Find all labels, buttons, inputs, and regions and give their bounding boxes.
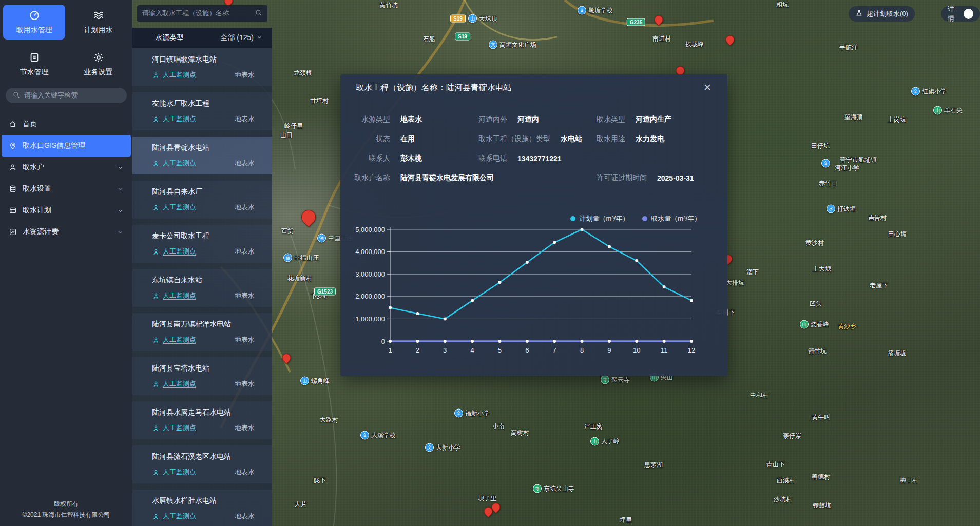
red-location-pin[interactable] (492, 503, 501, 512)
gauge-icon (29, 10, 40, 21)
monitor-label: 人工监测点 (163, 203, 196, 212)
sidebar-item-label: 取水户 (23, 163, 44, 172)
manual-monitor-link[interactable]: 人工监测点 (152, 247, 196, 256)
station-list-item[interactable]: 麦卡公司取水工程 人工监测点地表水 (132, 225, 272, 263)
close-icon[interactable]: ✕ (701, 81, 714, 94)
toggle-knob[interactable] (964, 9, 973, 19)
search-icon (12, 91, 20, 100)
map-place-label: 甘坪村 (310, 96, 329, 105)
station-list-item[interactable]: 河口镇唱歌潭水电站 人工监测点地表水 (132, 48, 272, 86)
chevron-down-icon (117, 164, 124, 171)
poi-label: 羊石尖 (944, 106, 963, 115)
poi-label: 打铁塘 (837, 205, 856, 213)
map-poi-marker[interactable]: 山天珠顶 (468, 14, 497, 23)
map-poi-marker[interactable]: 山烧香峰 (800, 320, 829, 329)
red-location-pin[interactable] (282, 354, 291, 362)
station-search-input[interactable]: 请输入取水工程（设施）名称 (137, 5, 267, 22)
map-poi-marker[interactable]: 文红旗小学 (911, 87, 947, 96)
manual-monitor-link[interactable]: 人工监测点 (152, 114, 196, 124)
map-poi-marker[interactable]: 山羊石尖 (933, 106, 963, 115)
water-source-filter-dropdown[interactable]: 全部 (125) (220, 33, 263, 43)
map-poi-marker[interactable]: 文墩塘学校 (578, 6, 613, 15)
svg-text:8: 8 (580, 346, 584, 354)
red-location-pin[interactable] (224, 0, 233, 5)
manual-monitor-link[interactable]: 人工监测点 (152, 70, 196, 80)
keyword-search-input[interactable]: 请输入关键字检索 (6, 88, 127, 103)
map-poi-marker[interactable]: 文高塘文化广场 (489, 41, 536, 49)
red-location-pin[interactable] (726, 35, 735, 44)
manual-monitor-link[interactable]: 人工监测点 (152, 423, 196, 433)
copyright: 版权所有 ©2021 珠海市仁智科技有限公司 (0, 499, 132, 526)
monitor-label: 人工监测点 (163, 291, 196, 300)
sidebar-item-db[interactable]: 取水设置 (2, 178, 131, 200)
field-value: 13432771221 (517, 154, 562, 163)
module-gauge[interactable]: 取用水管理 (3, 5, 65, 40)
station-detail-modal: 取水工程（设施）名称：陆河县青碇水电站 ✕ 水源类型地表水 河道内外河道内 取水… (340, 74, 727, 376)
map-poi-marker[interactable]: 水打铁塘 (827, 205, 856, 213)
manual-monitor-link[interactable]: 人工监测点 (152, 467, 196, 477)
map-place-label: 小南 (492, 422, 505, 431)
legend-item[interactable]: 取水量（m³/年） (642, 214, 701, 223)
map-poi-marker[interactable]: 文 (821, 159, 830, 168)
map-poi-marker[interactable]: 文大新小学 (425, 443, 460, 452)
legend-item[interactable]: 计划量（m³/年） (570, 214, 629, 223)
manual-monitor-link[interactable]: 人工监测点 (152, 512, 196, 521)
manual-monitor-link[interactable]: 人工监测点 (152, 159, 196, 168)
person-icon (152, 380, 160, 388)
map-place-label: 黄竹坑 (379, 1, 398, 10)
map-poi-marker[interactable]: 文大溪学校 (360, 431, 396, 440)
map-place-label: 严王窝 (584, 422, 603, 431)
manual-monitor-link[interactable]: 人工监测点 (152, 335, 196, 344)
sidebar-item-label: 水资源计费 (23, 227, 59, 237)
station-list-item[interactable]: 陆河县激石溪老区水电站 人工监测点地表水 (132, 445, 272, 483)
chevron-down-icon (256, 34, 263, 42)
legend-label: 计划量（m³/年） (579, 214, 629, 223)
station-list-item[interactable]: 陆河县宝塔水电站 人工监测点地表水 (132, 357, 272, 395)
station-list-item[interactable]: 陆河县自来水厂 人工监测点地表水 (132, 181, 272, 219)
map-place-label: 岭仔里 (284, 122, 303, 130)
red-location-pin[interactable] (655, 15, 663, 24)
station-list-item[interactable]: 陆河县水唇走马石水电站 人工监测点地表水 (132, 401, 272, 439)
manual-monitor-link[interactable]: 人工监测点 (152, 379, 196, 388)
sidebar-item-home[interactable]: 首页 (2, 113, 131, 135)
red-location-pin[interactable] (676, 66, 685, 75)
map-poi-marker[interactable]: 山人子嶂 (590, 437, 620, 446)
map-place-label: 大片 (295, 500, 307, 509)
red-location-pin[interactable] (301, 210, 316, 224)
map-poi-marker[interactable]: 寺东坑尖山寺 (533, 484, 574, 493)
manual-monitor-link[interactable]: 人工监测点 (152, 203, 196, 212)
module-label: 节水管理 (20, 68, 49, 77)
plan-intake-chart: 01,000,0002,000,0003,000,0004,000,0005,0… (344, 224, 704, 359)
map-place-label: 河江小学 (835, 164, 859, 172)
map-poi-marker[interactable]: 山螺角峰 (300, 377, 330, 385)
sidebar-item-plan[interactable]: 取水计划 (2, 200, 131, 221)
station-list-item[interactable]: 东坑镇自来水站 人工监测点地表水 (132, 269, 272, 307)
sidebar-item-billing[interactable]: 水资源计费 (2, 221, 131, 243)
blue-poi-icon: 山 (300, 377, 309, 385)
module-gear[interactable]: 业务设置 (67, 47, 129, 82)
station-list-item[interactable]: 陆河县青碇水电站 人工监测点地表水 (132, 137, 272, 174)
module-waves[interactable]: 计划用水 (67, 5, 129, 40)
map-place-label: 黄牛叫 (812, 413, 830, 422)
map-poi-marker[interactable]: 宿幸福山庄 (283, 254, 319, 262)
manual-monitor-link[interactable]: 人工监测点 (152, 291, 196, 300)
map-place-label: 梅田村 (900, 476, 918, 485)
sidebar-item-pin[interactable]: 取水口GIS信息管理 (2, 135, 131, 157)
station-list-item[interactable]: 陆河县南万镇杞洋水电站 人工监测点地表水 (132, 313, 272, 351)
module-doc[interactable]: 节水管理 (3, 47, 65, 82)
detail-toggle[interactable]: 详情 (941, 6, 980, 22)
station-list-item[interactable]: 水唇镇水栏肚水电站 人工监测点地表水 (132, 490, 272, 526)
modal-title: 取水工程（设施）名称：陆河县青碇水电站 (356, 83, 512, 93)
module-label: 业务设置 (84, 68, 113, 77)
map-place-label: 田仔坑 (811, 142, 830, 150)
sidebar-item-label: 取水口GIS信息管理 (23, 141, 85, 150)
map-poi-marker[interactable]: 文福新小学 (454, 409, 490, 418)
sidebar-item-user[interactable]: 取水户 (2, 157, 131, 178)
station-list-item[interactable]: 友能水厂取水工程 人工监测点地表水 (132, 92, 272, 130)
legend-label: 取水量（m³/年） (651, 214, 701, 223)
map-place-label: 箭塘垅 (888, 349, 906, 358)
db-icon (9, 185, 17, 193)
map-poi-marker[interactable]: 寺聚云寺 (601, 376, 630, 384)
poi-label: 福新小学 (465, 409, 490, 418)
over-plan-intake-button[interactable]: 超计划取水(0) (849, 6, 915, 22)
